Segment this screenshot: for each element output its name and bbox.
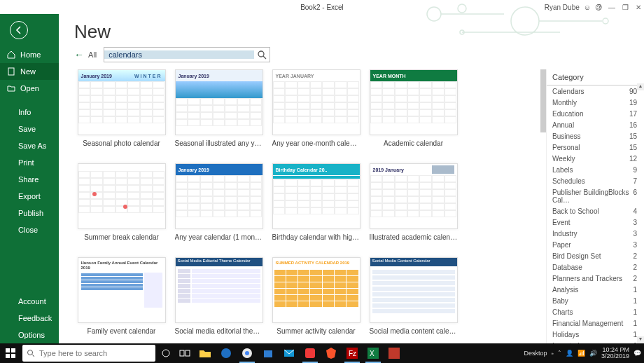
category-item[interactable]: Charts 1 xyxy=(547,306,644,317)
filter-all-label[interactable]: All xyxy=(88,50,97,59)
search-icon xyxy=(257,50,267,60)
scroll-down-icon[interactable]: ▼ xyxy=(637,336,644,343)
category-item[interactable]: Business 15 xyxy=(547,130,644,142)
start-button[interactable] xyxy=(0,343,21,363)
taskbar-search-placeholder: Type here to search xyxy=(39,349,107,357)
category-item[interactable]: Publisher BuildingBlocks Cal… 6 xyxy=(547,186,644,205)
search-back-button[interactable]: ← xyxy=(74,49,84,60)
sidebar-item-account[interactable]: Account xyxy=(0,293,59,310)
category-item[interactable]: Back to School 4 xyxy=(547,205,644,217)
tray-volume-icon[interactable]: 🔊 xyxy=(589,350,597,357)
category-item[interactable]: Planners and Trackers 2 xyxy=(547,273,644,284)
category-item[interactable]: Personal 15 xyxy=(547,142,644,153)
sidebar-item-print[interactable]: Print xyxy=(0,154,59,171)
taskbar-search[interactable]: Type here to search xyxy=(22,345,155,362)
sidebar-item-feedback[interactable]: Feedback xyxy=(0,310,59,327)
sidebar-item-publish[interactable]: Publish xyxy=(0,205,59,221)
taskbar-app-explorer[interactable] xyxy=(195,343,216,363)
sidebar-item-info[interactable]: Info xyxy=(0,104,59,121)
close-button[interactable]: ✕ xyxy=(636,4,641,11)
template-tile[interactable]: Summer break calendar xyxy=(74,163,169,253)
taskbar-app-chrome[interactable] xyxy=(237,343,258,363)
category-item[interactable]: Inventories 1 xyxy=(547,340,644,343)
template-tile[interactable]: Social Media Editorial Theme Calendar So… xyxy=(172,257,266,343)
category-count: 19 xyxy=(629,99,637,107)
category-item[interactable]: Weekly 12 xyxy=(547,153,644,164)
sidebar-item-options[interactable]: Options xyxy=(0,327,59,343)
category-item[interactable]: Monthly 19 xyxy=(547,97,644,108)
sidebar-item-home[interactable]: Home xyxy=(0,46,59,63)
taskbar-app-filezilla[interactable]: Fz xyxy=(342,343,363,363)
sidebar-item-new[interactable]: New xyxy=(0,63,59,80)
search-button[interactable] xyxy=(254,50,270,60)
taskbar-clock[interactable]: 10:24 PM 3/20/2019 xyxy=(601,347,629,360)
sidebar-item-save[interactable]: Save xyxy=(0,121,59,137)
account-area[interactable]: Ryan Dube ☺ ☹ xyxy=(545,4,602,11)
taskbar-app-vivaldi[interactable] xyxy=(300,343,321,363)
category-item[interactable]: Labels 9 xyxy=(547,164,644,175)
taskbar-app-brave[interactable] xyxy=(321,343,342,363)
template-thumbnail: January 2019 xyxy=(175,69,263,135)
taskbar-app-mail[interactable] xyxy=(279,343,300,363)
category-item[interactable]: Industry 3 xyxy=(547,228,644,239)
restore-button[interactable]: ❐ xyxy=(622,4,629,11)
sidebar-item-close[interactable]: Close xyxy=(0,221,59,238)
taskbar-app-edge[interactable] xyxy=(216,343,237,363)
template-tile[interactable]: 2019 January Illustrated academic calend… xyxy=(366,163,461,253)
tray-network-icon[interactable]: 📶 xyxy=(578,350,585,357)
windows-taskbar: Type here to search Fz X Desktop » ˄ 👤 📶… xyxy=(0,343,644,363)
cortana-button[interactable] xyxy=(157,343,175,363)
category-item[interactable]: Database 2 xyxy=(547,261,644,273)
template-tile[interactable]: January 2019 WINTER Seasonal photo calen… xyxy=(74,69,169,159)
home-icon xyxy=(7,50,15,59)
template-tile[interactable]: YEAR MONTH Academic calendar xyxy=(366,69,461,159)
taskbar-app-generic[interactable] xyxy=(384,343,405,363)
template-tile[interactable]: SUMMER ACTIVITY CALENDAR 2019 Summer act… xyxy=(269,257,363,343)
sidebar-item-open[interactable]: Open xyxy=(0,80,59,97)
sidebar-item-export[interactable]: Export xyxy=(0,188,59,205)
desktop-toolbar-label[interactable]: Desktop xyxy=(524,350,547,357)
scroll-up-icon[interactable]: ▲ xyxy=(637,83,644,90)
back-button[interactable] xyxy=(10,21,28,39)
template-label: Family event calendar xyxy=(88,327,156,335)
category-item[interactable]: Baby 1 xyxy=(547,295,644,306)
template-tile[interactable]: YEAR JANUARY Any year one-month calendar xyxy=(269,69,363,159)
sidebar-item-share[interactable]: Share xyxy=(0,171,59,188)
category-item[interactable]: Calendars 90 xyxy=(547,85,644,97)
tray-overflow-icon[interactable]: ˄ xyxy=(558,350,561,357)
sidebar-item-save-as[interactable]: Save As xyxy=(0,137,59,154)
template-search-input[interactable] xyxy=(104,50,254,59)
category-item[interactable]: Bird Design Set 2 xyxy=(547,250,644,261)
template-tile[interactable]: Social Media Content Calendar Social med… xyxy=(366,257,461,343)
minimize-button[interactable]: — xyxy=(608,4,615,11)
taskbar-app-store[interactable] xyxy=(258,343,279,363)
category-scrollbar[interactable]: ▲ ▼ xyxy=(637,83,644,343)
template-tile[interactable]: January 2019 Any year calendar (1 month… xyxy=(172,163,266,253)
category-item[interactable]: Paper 3 xyxy=(547,239,644,250)
gallery-scrollbar[interactable] xyxy=(540,69,546,343)
tray-people-icon[interactable]: 👤 xyxy=(566,350,573,357)
help-button[interactable]: ? xyxy=(597,4,601,11)
template-tile[interactable]: Hanson Family Annual Event Calendar 2019… xyxy=(74,257,169,343)
template-thumbnail: Social Media Content Calendar xyxy=(370,257,458,323)
category-item[interactable]: Annual 16 xyxy=(547,119,644,130)
sidebar-item-label: Open xyxy=(20,84,39,93)
category-item[interactable]: Event 3 xyxy=(547,217,644,228)
svg-rect-10 xyxy=(11,354,15,358)
taskbar-app-excel[interactable]: X xyxy=(363,343,384,363)
face-smile-icon[interactable]: ☺ xyxy=(584,4,591,11)
template-tile[interactable]: Birthday Calendar 20.. Birthday calendar… xyxy=(269,163,363,253)
template-label: Any year calendar (1 month… xyxy=(175,233,263,241)
template-thumbnail: January 2019 WINTER xyxy=(78,69,166,135)
category-item[interactable]: Analysis 1 xyxy=(547,284,644,295)
task-view-button[interactable] xyxy=(175,343,195,363)
category-item[interactable]: Financial Management 1 xyxy=(547,317,644,329)
template-tile[interactable]: January 2019 Seasonal illustrated any ye… xyxy=(172,69,266,159)
excel-icon: X xyxy=(368,348,379,359)
desktop-toolbar-chevrons[interactable]: » xyxy=(552,351,554,355)
category-name: Industry xyxy=(552,230,578,238)
category-item[interactable]: Education 17 xyxy=(547,108,644,119)
action-center-icon[interactable]: 💬 xyxy=(634,350,641,357)
category-item[interactable]: Schedules 7 xyxy=(547,175,644,186)
category-item[interactable]: Holidays 1 xyxy=(547,329,644,340)
